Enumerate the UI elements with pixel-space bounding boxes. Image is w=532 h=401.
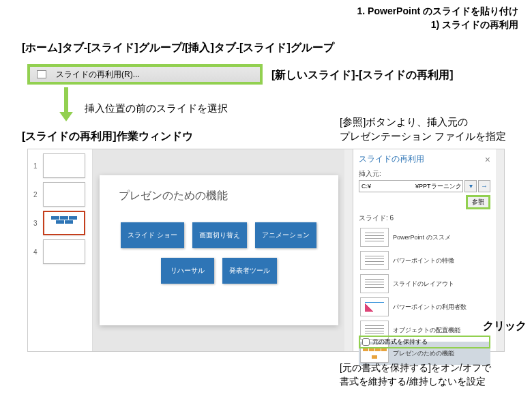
tile-row-1: スライド ショー 画面切り替え アニメーション bbox=[113, 222, 325, 248]
insert-from-label: 挿入元: bbox=[359, 169, 490, 179]
powerpoint-app-area: 1 2 3 4 プレゼンのための機能 スライド ショー 画面切り替え アニメーシ… bbox=[27, 149, 505, 352]
page-header: 1. PowerPoint のスライドを貼り付け 1) スライドの再利用 bbox=[357, 5, 518, 31]
ribbon-path-label: [ホーム]タブ-[スライド]グループ/[挿入]タブ-[スライド]グループ bbox=[22, 41, 334, 55]
editor-scrollbar[interactable] bbox=[344, 149, 353, 351]
click-annotation: クリック bbox=[483, 319, 527, 333]
slide-thumbnail[interactable]: 4 bbox=[28, 239, 92, 264]
browse-note: [参照]ボタンより、挿入元の プレゼンテーション ファイルを指定 bbox=[340, 115, 506, 143]
reuse-pane-title: スライドの再利用 bbox=[359, 153, 424, 165]
reuse-slide-item[interactable]: スライドのレイアウト bbox=[359, 272, 490, 295]
keep-format-label: 元の書式を保持する bbox=[372, 338, 428, 346]
source-path-input[interactable] bbox=[359, 180, 463, 192]
slide-thumbnail[interactable]: 1 bbox=[28, 153, 92, 178]
close-icon[interactable]: × bbox=[485, 154, 490, 165]
reuse-slide-item[interactable]: PowerPoint のススメ bbox=[359, 226, 490, 249]
task-pane-title-label: [スライドの再利用]作業ウィンドウ bbox=[22, 130, 193, 144]
reuse-slide-item[interactable]: パワーポイントの特徴 bbox=[359, 249, 490, 272]
path-dropdown-button[interactable]: ▾ bbox=[464, 180, 477, 192]
browse-button[interactable]: 参照 bbox=[466, 195, 490, 209]
mini-thumb-icon bbox=[360, 274, 389, 293]
slide-canvas[interactable]: プレゼンのための機能 スライド ショー 画面切り替え アニメーション リハーサル… bbox=[100, 175, 338, 325]
path-go-button[interactable]: → bbox=[478, 180, 490, 192]
slide-thumbnail[interactable]: 2 bbox=[28, 182, 92, 207]
reuse-slide-item[interactable]: パワーポイントの利用者数 bbox=[359, 295, 490, 318]
menu-item-label: スライドの再利用(R)... bbox=[56, 69, 140, 80]
keep-source-format-row[interactable]: 元の書式を保持する bbox=[359, 336, 490, 348]
arrow-down-icon bbox=[64, 87, 73, 121]
slide-thumbnails-panel: 1 2 3 4 bbox=[28, 149, 93, 351]
mini-thumb-icon bbox=[360, 228, 389, 247]
reuse-slides-task-pane: スライドの再利用 × 挿入元: ▾ → 参照 スライド: 6 PowerPoin… bbox=[353, 149, 496, 351]
slide-thumbnail-selected[interactable]: 3 bbox=[28, 211, 92, 235]
slide-editor: プレゼンのための機能 スライド ショー 画面切り替え アニメーション リハーサル… bbox=[93, 149, 344, 351]
reuse-slides-menu-item[interactable]: スライドの再利用(R)... bbox=[27, 64, 263, 85]
slide-icon bbox=[37, 70, 46, 78]
select-previous-label: 挿入位置の前のスライドを選択 bbox=[85, 102, 228, 115]
tile: アニメーション bbox=[255, 222, 316, 248]
tile: 発表者ツール bbox=[222, 258, 277, 284]
mini-thumb-icon bbox=[360, 297, 389, 316]
keep-format-checkbox[interactable] bbox=[362, 338, 370, 346]
tile: リハーサル bbox=[161, 258, 214, 284]
new-slide-path-label: [新しいスライド]-[スライドの再利用] bbox=[271, 68, 454, 83]
tile: スライド ショー bbox=[121, 222, 184, 248]
mini-thumb-icon bbox=[360, 251, 389, 270]
slide-title: プレゼンのための機能 bbox=[119, 189, 325, 203]
header-line1: 1. PowerPoint のスライドを貼り付け bbox=[357, 5, 518, 18]
tile: 画面切り替え bbox=[192, 222, 247, 248]
tile-row-2: リハーサル 発表者ツール bbox=[113, 258, 325, 284]
header-line2: 1) スライドの再利用 bbox=[357, 19, 518, 31]
slide-count-label: スライド: 6 bbox=[359, 213, 490, 223]
bottom-note: [元の書式を保持する]をオン/オフで 書式を維持する/維持しないを設定 bbox=[340, 361, 491, 388]
